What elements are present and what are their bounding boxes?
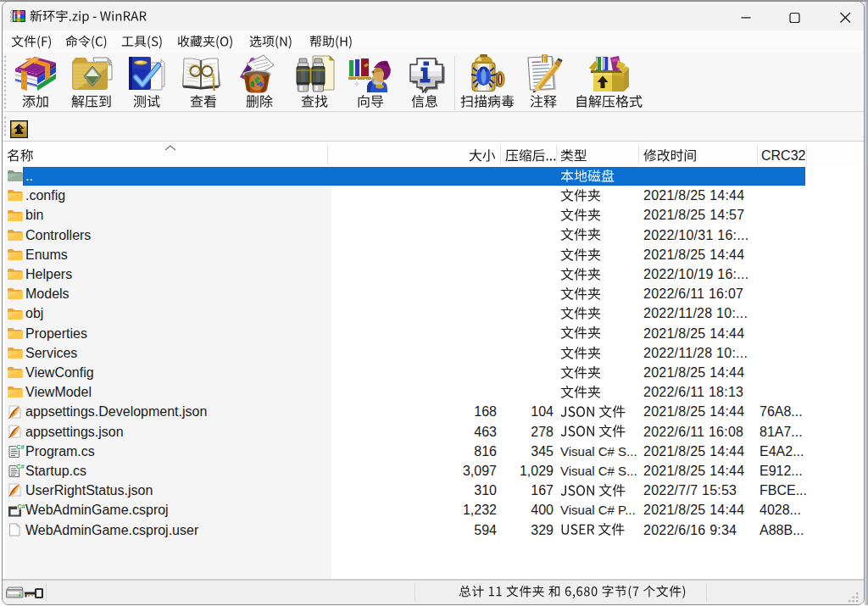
svg-text:C#: C# [16,464,25,470]
svg-text:C#: C# [16,444,25,451]
